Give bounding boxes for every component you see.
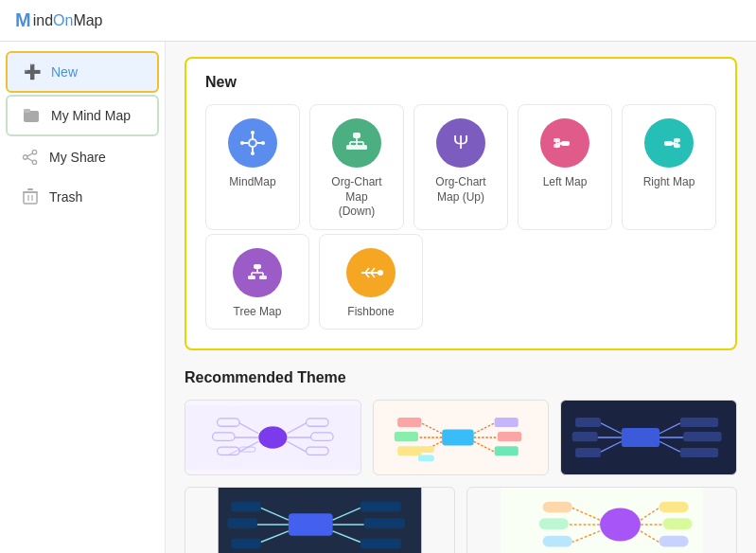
main-layout: ➕ New My Mind Map My (0, 42, 756, 553)
right-map-icon (644, 118, 694, 168)
svg-line-5 (27, 153, 32, 156)
svg-rect-100 (680, 418, 718, 427)
fishbone-label: Fishbone (347, 305, 394, 320)
svg-rect-116 (364, 519, 405, 529)
plus-icon: ➕ (23, 62, 42, 81)
logo-text: indOnMap (33, 12, 103, 29)
map-item-left[interactable]: Left Map (518, 104, 612, 230)
org-down-label: Org-Chart Map(Down) (320, 175, 394, 220)
map-item-tree[interactable]: Tree Map (205, 234, 309, 330)
content-area: New (166, 42, 756, 553)
svg-rect-118 (360, 539, 401, 549)
svg-rect-22 (353, 133, 360, 138)
mindmap-label: MindMap (229, 175, 275, 190)
svg-rect-76 (442, 430, 474, 446)
theme-item-2[interactable] (373, 400, 550, 475)
svg-rect-51 (248, 276, 255, 279)
map-item-org-up[interactable]: Ψ Org-Chart Map (Up) (413, 104, 508, 230)
sidebar-item-my-mind-map[interactable]: My Mind Map (6, 95, 159, 136)
org-up-label: Org-Chart Map (Up) (424, 175, 498, 205)
svg-line-6 (27, 158, 32, 161)
sidebar-item-my-share-label: My Share (49, 150, 106, 165)
map-row-2: Tree Map Fishbone (205, 234, 716, 330)
theme-preview-2 (374, 401, 549, 474)
map-row-1: MindMap (205, 104, 716, 230)
svg-point-60 (258, 427, 287, 450)
sidebar-item-trash-label: Trash (49, 189, 82, 205)
svg-point-4 (32, 160, 36, 164)
theme-preview-3 (561, 401, 736, 474)
svg-point-18 (251, 131, 255, 134)
svg-rect-29 (353, 145, 360, 150)
share-icon (21, 148, 40, 167)
svg-rect-102 (684, 432, 722, 441)
tree-map-label: Tree Map (234, 305, 282, 320)
theme-preview-4 (185, 488, 454, 553)
theme-top-grid (185, 400, 737, 475)
svg-rect-80 (394, 432, 417, 441)
logo-m: M (15, 9, 31, 31)
svg-rect-124 (539, 519, 569, 530)
svg-rect-112 (231, 539, 260, 549)
svg-point-54 (378, 270, 383, 276)
fishbone-icon (346, 248, 396, 297)
logo: M indOnMap (15, 9, 103, 31)
trash-icon (21, 187, 40, 206)
svg-rect-98 (575, 448, 601, 457)
svg-rect-7 (24, 192, 37, 204)
theme-item-1[interactable] (185, 400, 361, 475)
svg-rect-32 (561, 141, 570, 146)
header: M indOnMap (0, 0, 756, 42)
map-item-mindmap[interactable]: MindMap (205, 104, 300, 230)
svg-rect-126 (543, 536, 572, 547)
right-map-label: Right Map (643, 175, 695, 190)
svg-rect-114 (360, 502, 401, 512)
svg-rect-122 (543, 502, 572, 513)
recommended-section-title: Recommended Theme (185, 369, 737, 386)
svg-rect-52 (259, 276, 267, 279)
theme-bottom-grid (185, 487, 737, 553)
svg-rect-84 (494, 418, 518, 427)
theme-preview-5 (467, 488, 736, 553)
org-down-icon (332, 118, 381, 168)
new-section-title: New (205, 74, 716, 91)
folder-icon (23, 106, 42, 125)
mindmap-icon (228, 118, 277, 168)
map-item-right[interactable]: Right Map (622, 104, 716, 230)
theme-item-3[interactable] (560, 400, 737, 475)
tree-map-icon (233, 248, 282, 297)
svg-point-21 (261, 141, 265, 145)
map-item-fishbone[interactable]: Fishbone (319, 234, 423, 330)
theme-item-4[interactable] (185, 487, 455, 553)
sidebar-item-my-mind-map-label: My Mind Map (51, 108, 131, 123)
sidebar-item-my-share[interactable]: My Share (6, 138, 159, 176)
map-item-org-down[interactable]: Org-Chart Map(Down) (309, 104, 404, 230)
svg-rect-128 (659, 502, 688, 513)
svg-rect-106 (289, 514, 333, 536)
svg-rect-130 (662, 519, 692, 530)
svg-rect-96 (572, 432, 598, 441)
org-up-icon: Ψ (436, 118, 485, 168)
svg-point-2 (32, 150, 36, 153)
theme-item-5[interactable] (466, 487, 737, 553)
svg-rect-28 (346, 145, 354, 150)
svg-rect-1 (24, 109, 30, 113)
sidebar-item-trash[interactable]: Trash (6, 178, 159, 216)
svg-point-13 (250, 140, 255, 146)
svg-point-20 (240, 141, 244, 145)
svg-rect-92 (622, 428, 659, 447)
sidebar-item-new[interactable]: ➕ New (6, 51, 159, 93)
svg-rect-89 (418, 447, 434, 454)
svg-rect-78 (397, 418, 421, 427)
svg-rect-104 (680, 448, 718, 457)
svg-rect-39 (664, 141, 673, 146)
svg-rect-108 (231, 502, 260, 512)
svg-rect-46 (254, 264, 261, 269)
svg-rect-94 (575, 418, 601, 427)
svg-rect-132 (659, 536, 688, 547)
svg-point-120 (600, 508, 641, 542)
new-section: New (185, 57, 737, 350)
svg-rect-86 (498, 432, 521, 441)
left-map-label: Left Map (543, 175, 588, 190)
sidebar: ➕ New My Mind Map My (0, 42, 166, 553)
